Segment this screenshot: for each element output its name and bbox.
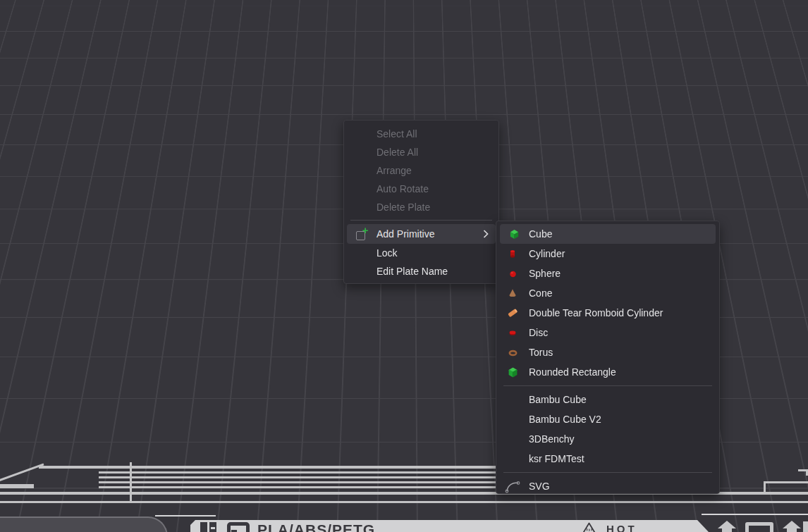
bambu-lab-logo-icon bbox=[200, 522, 216, 532]
cylinder-icon bbox=[508, 249, 518, 259]
romboid-cylinder-icon bbox=[507, 307, 518, 318]
submenu-item-svg[interactable]: SVG bbox=[496, 476, 719, 496]
arrow-up-icon bbox=[781, 521, 802, 532]
submenu-item-rounded-rectangle[interactable]: Rounded Rectangle bbox=[496, 362, 719, 382]
add-primitive-submenu: Cube Cylinder Sphere Cone bbox=[496, 221, 720, 494]
plate-edge-line bbox=[99, 476, 496, 478]
menu-item-auto-rotate: Auto Rotate bbox=[344, 180, 498, 198]
chevron-right-icon bbox=[483, 230, 489, 238]
plate-texture-mark bbox=[803, 521, 808, 532]
submenu-item-disc[interactable]: Disc bbox=[496, 323, 719, 342]
menu-item-edit-plate-name[interactable]: Edit Plate Name bbox=[344, 262, 498, 280]
plate-edge-line bbox=[155, 515, 216, 516]
submenu-separator bbox=[503, 385, 712, 386]
sphere-icon bbox=[508, 269, 518, 278]
rounded-rectangle-icon bbox=[508, 367, 518, 378]
plate-edge-line bbox=[99, 481, 496, 483]
submenu-item-cylinder[interactable]: Cylinder bbox=[496, 244, 719, 264]
menu-item-delete-all: Delete All bbox=[344, 143, 498, 161]
menu-item-lock[interactable]: Lock bbox=[344, 244, 498, 262]
slicer-3d-viewport-screen: { "scene": { "background_color": "#36353… bbox=[0, 0, 808, 532]
submenu-separator bbox=[503, 472, 712, 473]
plate-texture-icons bbox=[716, 521, 802, 532]
submenu-item-torus[interactable]: Torus bbox=[496, 342, 719, 362]
menu-item-arrange: Arrange bbox=[344, 161, 498, 180]
plate-material-text: PLA/ABS/PETG bbox=[257, 521, 375, 532]
plate-edge-tick bbox=[130, 462, 132, 502]
arrow-up-icon bbox=[716, 521, 737, 532]
plate-edge-line bbox=[99, 471, 496, 474]
plate-edge-line bbox=[99, 486, 496, 488]
plate-context-menu: Select All Delete All Arrange Auto Rotat… bbox=[343, 120, 499, 284]
menu-item-add-primitive[interactable]: + Add Primitive bbox=[347, 224, 496, 244]
plate-label-strip: PLA/ABS/PETG HOT bbox=[190, 520, 709, 532]
bezier-curve-icon bbox=[504, 480, 521, 493]
add-primitive-icon: + bbox=[356, 228, 368, 240]
plate-edge-line bbox=[39, 466, 496, 469]
plate-edge-line bbox=[764, 481, 808, 483]
menu-item-select-all: Select All bbox=[344, 125, 498, 143]
cone-icon bbox=[508, 288, 518, 298]
plate-edge-tick bbox=[764, 481, 766, 493]
hot-warning-text: HOT bbox=[606, 523, 637, 532]
menu-item-delete-plate: Delete Plate bbox=[344, 198, 498, 216]
submenu-item-bambu-cube[interactable]: Bambu Cube bbox=[496, 390, 719, 409]
cube-icon bbox=[509, 229, 520, 240]
menu-separator bbox=[350, 220, 492, 221]
submenu-item-sphere[interactable]: Sphere bbox=[496, 264, 719, 283]
submenu-item-double-tear-romboid-cylinder[interactable]: Double Tear Romboid Cylinder bbox=[496, 303, 719, 323]
submenu-item-cone[interactable]: Cone bbox=[496, 283, 719, 303]
submenu-item-ksr-fdmtest[interactable]: ksr FDMTest bbox=[496, 449, 719, 469]
bambu-lab-badge-icon bbox=[227, 522, 250, 532]
plate-outline-icon bbox=[745, 522, 773, 532]
warning-triangle-icon bbox=[582, 522, 596, 532]
hot-warning: HOT bbox=[582, 522, 637, 532]
submenu-item-3dbenchy[interactable]: 3DBenchy bbox=[496, 429, 719, 449]
plate-edge-line bbox=[0, 501, 808, 503]
plate-edge-line bbox=[0, 484, 34, 488]
plate-edge-line bbox=[702, 514, 808, 515]
torus-icon bbox=[508, 347, 518, 358]
heatbed-corner bbox=[0, 516, 168, 532]
disc-icon bbox=[508, 328, 518, 338]
submenu-item-bambu-cube-v2[interactable]: Bambu Cube V2 bbox=[496, 409, 719, 429]
submenu-item-cube[interactable]: Cube bbox=[500, 224, 716, 244]
